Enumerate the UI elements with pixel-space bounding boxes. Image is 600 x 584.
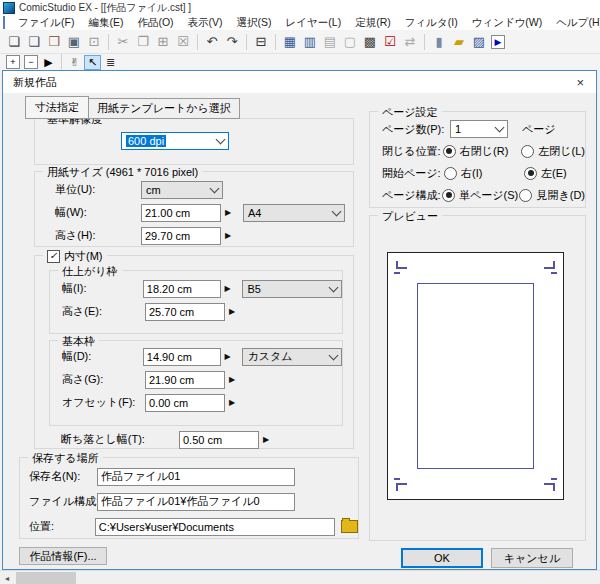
tab-paper-template[interactable]: 用紙テンプレートから選択 bbox=[88, 98, 240, 119]
menu-ruler[interactable]: 定規(R) bbox=[348, 16, 398, 30]
menu-layer[interactable]: レイヤー(L) bbox=[279, 16, 349, 30]
horizontal-scrollbar[interactable]: ◄ bbox=[0, 570, 600, 584]
finish-preset-value: B5 bbox=[247, 283, 260, 295]
location-input[interactable]: C:¥Users¥user¥Documents bbox=[95, 518, 335, 536]
resolution-select[interactable]: 600 dpi bbox=[121, 132, 229, 150]
page-count-select[interactable]: 1 bbox=[450, 120, 508, 138]
basic-width-input[interactable]: 14.90 cm bbox=[143, 348, 221, 366]
folder-icon[interactable]: ▰ bbox=[450, 33, 468, 51]
page-editor-icon[interactable]: ▥ bbox=[301, 33, 319, 51]
window-layout-icon[interactable]: ▢ bbox=[341, 33, 359, 51]
scrollbar-thumb[interactable] bbox=[16, 572, 76, 584]
chevron-down-icon bbox=[495, 123, 505, 133]
chevron-down-icon bbox=[332, 206, 342, 216]
cancel-button[interactable]: キャンセル bbox=[491, 548, 573, 568]
offset-stepper-icon[interactable]: ▶ bbox=[225, 398, 239, 407]
paper-size-group-label: 用紙サイズ (4961 * 7016 pixel) bbox=[43, 165, 202, 180]
save-name-input[interactable]: 作品ファイル01 bbox=[97, 468, 295, 486]
zoom-in-icon[interactable]: + bbox=[6, 55, 20, 69]
paper-width-stepper-icon[interactable]: ▶ bbox=[221, 208, 235, 217]
menu-select[interactable]: 選択(S) bbox=[230, 16, 279, 30]
new-page-icon[interactable]: ❏ bbox=[5, 33, 23, 51]
radio-icon bbox=[443, 145, 456, 158]
paper-preset-select[interactable]: A4 bbox=[243, 204, 345, 222]
tone-icon[interactable]: ▩ bbox=[361, 33, 379, 51]
save-icon[interactable]: ▣ bbox=[65, 33, 83, 51]
radio-label: 右(I) bbox=[461, 166, 482, 181]
material-icon[interactable]: ▨ bbox=[470, 33, 488, 51]
undo-icon[interactable]: ↶ bbox=[203, 33, 221, 51]
inner-size-group: 内寸(M) 仕上がり枠 幅(I): 18.20 cm ▶ B5 高さ( bbox=[34, 255, 354, 449]
finish-width-stepper-icon[interactable]: ▶ bbox=[221, 284, 235, 293]
print-icon[interactable]: ⊟ bbox=[252, 33, 270, 51]
menu-edit[interactable]: 編集(E) bbox=[81, 16, 130, 30]
menu-window[interactable]: ウィンドウ(W) bbox=[465, 16, 550, 30]
cut-icon[interactable]: ✂ bbox=[114, 33, 132, 51]
menu-file[interactable]: ファイル(F) bbox=[11, 16, 81, 30]
select-tool-icon[interactable]: ↖ bbox=[84, 55, 101, 70]
chevron-down-icon bbox=[329, 282, 339, 292]
new-from-template-icon[interactable]: ❑ bbox=[25, 33, 43, 51]
zoom-out-icon[interactable]: − bbox=[24, 55, 38, 69]
radio-icon bbox=[444, 167, 457, 180]
expand-icon[interactable]: ▶ bbox=[41, 56, 56, 69]
page-list-icon[interactable]: ≣ bbox=[103, 56, 118, 69]
basic-width-stepper-icon[interactable]: ▶ bbox=[221, 352, 235, 361]
scroll-left-icon[interactable]: ◄ bbox=[0, 572, 14, 584]
paper-height-stepper-icon[interactable]: ▶ bbox=[221, 231, 235, 240]
ok-button[interactable]: OK bbox=[401, 548, 483, 568]
paste-icon[interactable]: ⊞ bbox=[154, 33, 172, 51]
basic-preset-select[interactable]: カスタム bbox=[242, 348, 342, 366]
basic-height-stepper-icon[interactable]: ▶ bbox=[225, 375, 239, 384]
offset-input[interactable]: 0.00 cm bbox=[145, 394, 225, 412]
redo-icon[interactable]: ↷ bbox=[223, 33, 241, 51]
bleed-input[interactable]: 0.50 cm bbox=[179, 431, 259, 449]
menu-view[interactable]: 表示(V) bbox=[181, 16, 230, 30]
tab-size-spec[interactable]: 寸法指定 bbox=[25, 96, 89, 119]
menu-work[interactable]: 作品(O) bbox=[130, 16, 180, 30]
radio-single-page[interactable]: 単ページ(S) bbox=[442, 188, 519, 203]
chevron-down-icon bbox=[216, 135, 226, 145]
run-icon[interactable]: ▶ bbox=[491, 35, 505, 49]
save-all-icon[interactable]: ⊡ bbox=[85, 33, 103, 51]
toolbar-separator bbox=[275, 34, 276, 50]
panel-icon[interactable]: ▤ bbox=[321, 33, 339, 51]
tab-strip: 寸法指定 用紙テンプレートから選択 bbox=[25, 96, 240, 119]
file-structure-input[interactable]: 作品ファイル01¥作品ファイル0 bbox=[97, 493, 295, 511]
close-icon[interactable]: × bbox=[572, 75, 588, 90]
radio-start-right[interactable]: 右(I) bbox=[444, 166, 524, 181]
radio-bind-left[interactable]: 左閉じ(L) bbox=[521, 144, 585, 159]
history-icon[interactable]: ▮ bbox=[430, 33, 448, 51]
work-info-button[interactable]: 作品情報(F)... bbox=[19, 547, 107, 565]
finish-height-stepper-icon[interactable]: ▶ bbox=[225, 307, 239, 316]
page-settings-label: ページ設定 bbox=[378, 105, 442, 120]
check-settings-icon[interactable]: ☑ bbox=[381, 33, 399, 51]
open-file-icon[interactable]: ❒ bbox=[45, 33, 63, 51]
bleed-stepper-icon[interactable]: ▶ bbox=[259, 435, 273, 444]
paper-height-input[interactable]: 29.70 cm bbox=[141, 227, 221, 245]
inner-size-checkbox[interactable] bbox=[47, 250, 60, 263]
menu-filter[interactable]: フィルタ(I) bbox=[398, 16, 465, 30]
radio-bind-right[interactable]: 右閉じ(R) bbox=[443, 144, 521, 159]
paper-width-input[interactable]: 21.00 cm bbox=[141, 204, 221, 222]
radio-start-left[interactable]: 左(E) bbox=[524, 166, 567, 181]
browse-folder-icon[interactable] bbox=[341, 520, 358, 533]
hand-tool-icon[interactable]: ✌ bbox=[67, 56, 82, 69]
basic-height-input[interactable]: 21.90 cm bbox=[145, 371, 225, 389]
bleed-label: 断ち落とし幅(T): bbox=[61, 432, 179, 447]
copy-icon[interactable]: ❐ bbox=[134, 33, 152, 51]
basic-frame-label: 基本枠 bbox=[58, 334, 99, 349]
story-editor-icon[interactable]: ▦ bbox=[281, 33, 299, 51]
radio-spread[interactable]: 見開き(D) bbox=[519, 188, 585, 203]
app-icon bbox=[3, 2, 15, 14]
new-work-dialog: 新規作品 × 寸法指定 用紙テンプレートから選択 基準解像度 600 dpi 用… bbox=[2, 70, 597, 570]
finish-height-input[interactable]: 25.70 cm bbox=[145, 303, 225, 321]
finish-preset-select[interactable]: B5 bbox=[242, 280, 342, 298]
finish-width-input[interactable]: 18.20 cm bbox=[143, 280, 221, 298]
unit-select[interactable]: cm bbox=[141, 181, 223, 199]
swap-icon[interactable]: ⇄ bbox=[401, 33, 419, 51]
toolbar-separator bbox=[424, 34, 425, 50]
delete-icon[interactable]: ☒ bbox=[174, 33, 192, 51]
finish-frame-label: 仕上がり枠 bbox=[58, 264, 122, 279]
menu-help[interactable]: ヘルプ(H) bbox=[549, 16, 600, 30]
